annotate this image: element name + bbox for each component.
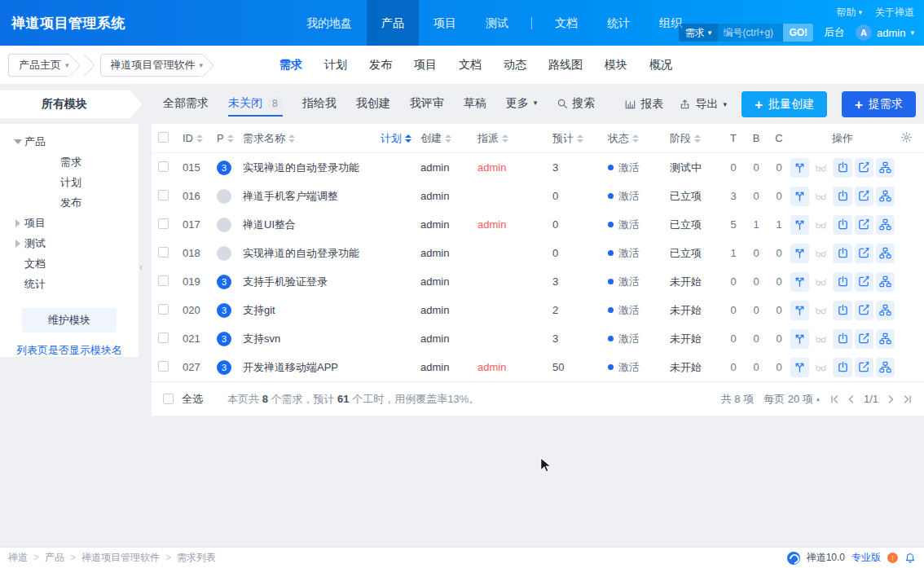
col-status[interactable]: 状态 [608,131,670,146]
breadcrumb-item-需求列表[interactable]: 需求列表 [177,552,216,563]
search-input[interactable] [718,24,783,42]
story-title[interactable]: 开发禅道移动端APP [243,360,372,375]
report-button[interactable]: 报表 [624,97,664,112]
module-selector-tab[interactable]: 所有模块 [0,90,142,118]
action-review-button[interactable] [812,158,830,178]
col-priority[interactable]: P [217,132,243,144]
action-change-button[interactable] [790,244,809,263]
row-checkbox[interactable] [158,275,169,286]
action-change-button[interactable] [790,158,809,178]
tab-模块[interactable]: 模块 [605,58,627,73]
tab-文档[interactable]: 文档 [459,58,482,73]
filter-指给我[interactable]: 指给我 [302,93,337,117]
story-title[interactable]: 支持svn [243,332,372,346]
action-review-button[interactable] [812,301,830,320]
col-estimate[interactable]: 预计 [552,131,608,146]
action-close-button[interactable] [833,272,851,292]
filter-草稿[interactable]: 草稿 [464,93,486,117]
breadcrumb-item-禅道[interactable]: 禅道 [8,552,28,563]
user-menu[interactable]: A admin ▾ [856,24,914,41]
filter-未关闭[interactable]: 未关闭8 [228,93,283,117]
story-creator[interactable]: admin [420,190,477,202]
sidebar-item-发布[interactable]: 发布 [0,192,139,213]
filter-我创建[interactable]: 我创建 [356,93,390,117]
action-edit-button[interactable] [855,329,873,349]
export-dropdown[interactable]: 导出 ▾ [679,97,728,112]
about-link[interactable]: 关于禅道 [875,6,914,20]
filter-全部需求[interactable]: 全部需求 [163,93,209,117]
action-subdivide-button[interactable] [876,244,895,263]
sidebar-item-需求[interactable]: 需求 [0,152,139,172]
sidebar-item-项目[interactable]: 项目 [0,213,139,233]
story-creator[interactable]: admin [420,275,477,288]
sidebar-item-产品[interactable]: 产品 [0,131,139,152]
tab-项目[interactable]: 项目 [414,58,437,73]
action-subdivide-button[interactable] [876,187,895,206]
action-edit-button[interactable] [855,244,873,263]
search-toggle[interactable]: 搜索 [557,93,595,117]
tab-需求[interactable]: 需求 [279,58,302,73]
col-create[interactable]: 创建 [420,131,477,146]
first-page-button[interactable] [829,394,839,404]
next-page-button[interactable] [886,394,895,404]
tab-动态[interactable]: 动态 [504,58,526,73]
action-change-button[interactable] [790,187,809,206]
tab-路线图[interactable]: 路线图 [548,58,583,73]
story-title[interactable]: 实现禅道的自动登录功能 [243,246,372,261]
story-creator[interactable]: admin [420,361,477,373]
breadcrumb-item-禅道项目管理软件[interactable]: 禅道项目管理软件 [81,552,160,563]
col-id[interactable]: ID [183,132,217,144]
caret-down-icon[interactable] [11,139,24,144]
story-creator[interactable]: admin [420,332,477,345]
story-assignee[interactable]: admin [477,161,552,174]
select-all-label[interactable]: 全选 [182,392,203,407]
action-edit-button[interactable] [855,301,873,320]
action-review-button[interactable] [812,187,830,206]
row-checkbox[interactable] [158,190,169,200]
action-close-button[interactable] [833,215,851,235]
action-close-button[interactable] [833,301,851,320]
filter-更多[interactable]: 更多▾ [506,93,538,117]
story-title[interactable]: 禅道手机客户端调整 [243,189,372,204]
sidebar-item-计划[interactable]: 计划 [0,172,139,192]
action-subdivide-button[interactable] [876,272,895,292]
action-review-button[interactable] [812,358,830,377]
topnav-item-产品[interactable]: 产品 [367,0,419,46]
story-creator[interactable]: admin [420,304,477,316]
story-title[interactable]: 实现禅道的自动登录功能 [243,161,372,175]
story-creator[interactable]: admin [420,218,477,231]
action-edit-button[interactable] [855,187,873,206]
action-change-button[interactable] [790,272,809,292]
action-review-button[interactable] [812,272,830,292]
search-type-dropdown[interactable]: 需求 ▾ [679,24,719,42]
row-checkbox[interactable] [158,218,169,229]
backend-link[interactable]: 后台 [824,25,845,40]
col-assign[interactable]: 指派 [477,131,552,146]
story-title[interactable]: 支持手机验证登录 [243,275,372,289]
crumb-product-home[interactable]: 产品主页▾ [8,54,69,77]
edition-link[interactable]: 专业版 [851,551,881,565]
action-close-button[interactable] [833,329,851,349]
topnav-item-统计[interactable]: 统计 [592,0,645,46]
action-edit-button[interactable] [855,215,873,235]
col-title[interactable]: 需求名称 [243,131,372,146]
row-checkbox[interactable] [158,332,169,343]
tab-发布[interactable]: 发布 [369,58,392,73]
story-title[interactable]: 支持git [243,303,372,318]
sidebar-collapse-handle[interactable]: ‹ [139,261,143,273]
sidebar-item-统计[interactable]: 统计 [0,274,139,294]
action-edit-button[interactable] [855,158,873,178]
column-settings-gear-icon[interactable] [900,131,913,146]
action-close-button[interactable] [833,187,851,206]
caret-right-icon[interactable] [11,240,24,248]
action-change-button[interactable] [790,358,809,377]
story-assignee[interactable]: admin [477,218,552,231]
topnav-item-项目[interactable]: 项目 [419,0,471,46]
help-menu[interactable]: 帮助 ▾ [836,6,862,20]
prev-page-button[interactable] [847,394,856,404]
action-change-button[interactable] [790,215,809,235]
action-edit-button[interactable] [855,272,873,292]
story-creator[interactable]: admin [420,161,477,174]
sidebar-item-文档[interactable]: 文档 [0,253,139,274]
add-story-button[interactable]: + 提需求 [842,91,916,117]
